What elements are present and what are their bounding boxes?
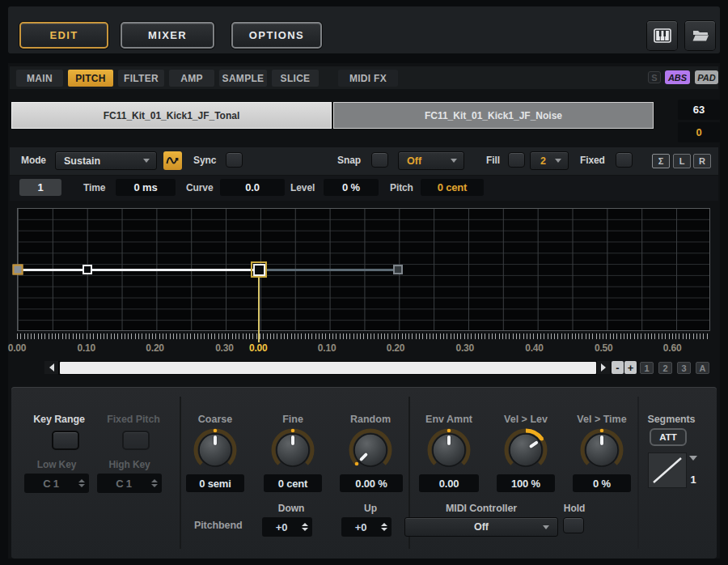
snap-label: Snap xyxy=(337,154,361,167)
abs-badge[interactable]: ABS xyxy=(665,70,690,84)
scroll-left-button[interactable] xyxy=(44,361,58,374)
tab-pitch[interactable]: PITCH xyxy=(68,70,113,87)
scroll-right-button[interactable] xyxy=(597,361,610,374)
attack-segment-button[interactable]: ATT xyxy=(650,428,687,446)
zoom-in-button[interactable]: + xyxy=(624,361,637,374)
tab-filter[interactable]: FILTER xyxy=(118,70,164,87)
vel-to-level-knob[interactable] xyxy=(503,427,548,473)
pitchbend-down-stepper[interactable]: +0 xyxy=(262,517,312,537)
coarse-value-field[interactable]: 0 semi xyxy=(186,474,244,492)
fixed-checkbox[interactable] xyxy=(616,152,633,168)
curve-value-field[interactable]: 0.0 xyxy=(220,179,285,196)
sum-channel-button[interactable]: Σ xyxy=(652,154,670,168)
ruler-label: 0.10 xyxy=(77,342,95,354)
view-preset-all-button[interactable]: A xyxy=(696,362,709,374)
env-amount-value-field[interactable]: 0.00 xyxy=(419,474,479,492)
time-value-field[interactable]: 0 ms xyxy=(116,179,176,196)
stepper-arrows-icon[interactable] xyxy=(302,523,308,531)
stepper-arrows-icon[interactable] xyxy=(151,479,158,487)
high-key-value: C 1 xyxy=(116,478,132,490)
ruler-label: 0.40 xyxy=(525,342,544,354)
fill-count-dropdown[interactable]: 2 xyxy=(530,151,569,170)
stepper-arrows-icon[interactable] xyxy=(381,523,387,531)
key-range-checkbox[interactable] xyxy=(52,431,79,450)
left-channel-button[interactable]: L xyxy=(673,154,691,168)
vel-to-time-knob[interactable] xyxy=(579,427,624,473)
pad-badge[interactable]: PAD xyxy=(695,70,718,84)
knob-pointer xyxy=(529,440,539,448)
low-key-value: C 1 xyxy=(43,478,59,490)
edit-button[interactable]: EDIT xyxy=(19,22,108,49)
level-label: Level xyxy=(290,181,315,194)
scrollbar-handle[interactable] xyxy=(60,362,596,374)
envelope-node-start[interactable] xyxy=(13,265,23,275)
piano-keys-icon xyxy=(654,28,671,43)
vel-to-time-value-field[interactable]: 0 % xyxy=(573,474,631,492)
pitchbend-up-stepper[interactable]: +0 xyxy=(341,517,392,537)
zoom-out-button[interactable]: - xyxy=(612,361,624,374)
knob-pointer xyxy=(600,435,603,445)
pitch-envelope-graph[interactable] xyxy=(17,208,710,331)
midi-controller-value: Off xyxy=(474,521,489,533)
fixed-pitch-label: Fixed Pitch xyxy=(100,413,167,426)
mixer-button[interactable]: MIXER xyxy=(121,22,214,49)
envelope-node-normal[interactable] xyxy=(83,265,92,274)
low-key-stepper[interactable]: C 1 xyxy=(24,474,89,493)
snap-checkbox[interactable] xyxy=(371,152,388,168)
ruler-label: 0.30 xyxy=(455,342,474,354)
random-value-field[interactable]: 0.00 % xyxy=(340,474,403,492)
view-preset-2-button[interactable]: 2 xyxy=(658,362,672,374)
fine-knob[interactable] xyxy=(270,427,315,473)
view-preset-1-button[interactable]: 1 xyxy=(640,362,654,374)
fine-value-field[interactable]: 0 cent xyxy=(264,474,322,492)
env-amount-knob[interactable] xyxy=(426,427,472,473)
envelope-node-selected[interactable] xyxy=(251,261,267,278)
open-folder-icon xyxy=(692,28,709,43)
layer-tab-noise[interactable]: FC11_Kit_01_Kick1_JF_Noise xyxy=(333,102,654,129)
keyboard-button[interactable] xyxy=(647,21,677,50)
pitch-value-field[interactable]: 0 cent xyxy=(421,179,484,196)
level-value-field[interactable]: 0 % xyxy=(324,179,379,196)
envelope-segment-line xyxy=(259,269,398,271)
vel-to-level-value-field[interactable]: 100 % xyxy=(497,474,555,492)
fixed-pitch-checkbox[interactable] xyxy=(122,431,150,450)
envelope-segment-line xyxy=(18,269,259,271)
ruler-label: 0.60 xyxy=(663,342,682,354)
fixed-label: Fixed xyxy=(580,154,605,167)
sync-checkbox[interactable] xyxy=(226,152,243,168)
snap-mode-dropdown[interactable]: Off xyxy=(398,151,464,170)
knob-pointer xyxy=(447,435,450,445)
knob-pointer xyxy=(359,452,368,461)
solo-badge[interactable]: S xyxy=(648,71,661,83)
mode-dropdown[interactable]: Sustain xyxy=(55,151,157,170)
curve-shape-display[interactable] xyxy=(648,452,687,488)
coarse-knob[interactable] xyxy=(193,427,238,473)
view-preset-3-button[interactable]: 3 xyxy=(677,362,691,374)
tab-sample[interactable]: SAMPLE xyxy=(219,70,267,87)
load-button[interactable] xyxy=(685,21,715,50)
ruler-label: 0.50 xyxy=(595,342,613,354)
tab-midi-fx[interactable]: MIDI FX xyxy=(338,70,398,87)
layer-tab-tonal[interactable]: FC11_Kit_01_Kick1_JF_Tonal xyxy=(11,102,332,129)
pitchbend-down-value: +0 xyxy=(276,521,287,533)
curve-dropdown-icon[interactable] xyxy=(689,456,697,461)
knob-pointer xyxy=(214,435,216,445)
ruler-label: 0.20 xyxy=(146,342,164,354)
random-knob[interactable] xyxy=(348,427,393,473)
envelope-node-end[interactable] xyxy=(393,265,403,274)
stepper-arrows-icon[interactable] xyxy=(78,479,85,487)
tab-amp[interactable]: AMP xyxy=(169,70,214,87)
midi-controller-dropdown[interactable]: Off xyxy=(404,517,558,537)
hold-checkbox[interactable] xyxy=(563,517,584,533)
right-channel-button[interactable]: R xyxy=(693,154,711,168)
tab-slice[interactable]: SLICE xyxy=(272,70,319,87)
chevron-down-icon xyxy=(143,159,150,163)
show-waveform-toggle[interactable] xyxy=(163,151,182,170)
chevron-down-icon xyxy=(555,159,561,163)
segment-index-field[interactable]: 1 xyxy=(19,179,61,196)
fill-checkbox[interactable] xyxy=(508,152,525,168)
options-button[interactable]: OPTIONS xyxy=(231,22,322,49)
high-key-stepper[interactable]: C 1 xyxy=(97,474,162,493)
tab-main[interactable]: MAIN xyxy=(16,70,63,87)
waveform-icon xyxy=(166,155,180,167)
